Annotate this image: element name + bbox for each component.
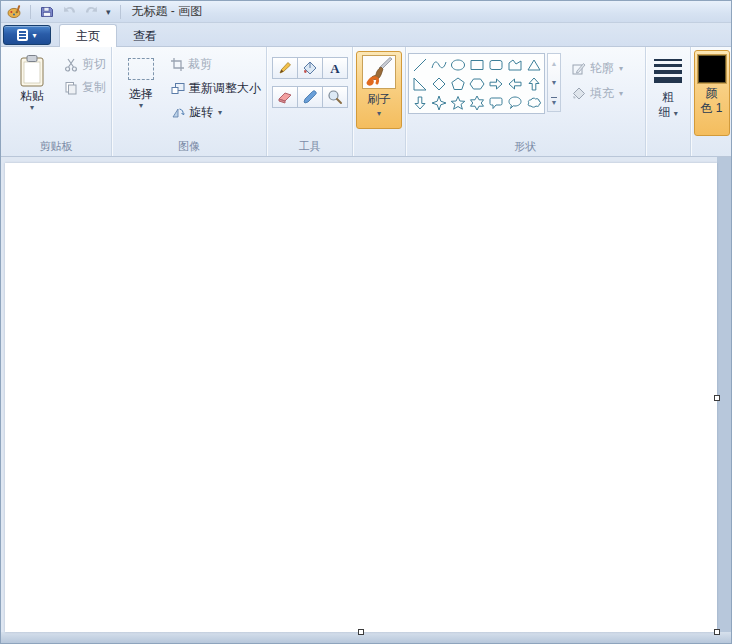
undo-button[interactable] [60, 3, 78, 21]
application-menu-button[interactable]: ▾ [3, 25, 51, 45]
paste-button[interactable]: 粘贴 ▾ [9, 51, 55, 139]
pencil-tool-button[interactable] [272, 57, 298, 79]
resize-icon [171, 82, 185, 95]
shape-pentagon[interactable] [448, 74, 467, 93]
chevron-down-icon: ▾ [619, 65, 623, 73]
paint-window: ▾ 无标题 - 画图 ▾ 主页 查看 粘贴 ▾ [0, 0, 732, 644]
fill-icon [572, 87, 586, 100]
rounded-rectangle-icon [488, 57, 504, 73]
shape-arrow-down[interactable] [410, 93, 429, 112]
line-icon [412, 57, 428, 73]
shape-arrow-up[interactable] [524, 74, 543, 93]
fill-bucket-tool-button[interactable] [297, 57, 323, 79]
shape-star-6[interactable] [467, 93, 486, 112]
magnifier-tool-button[interactable] [322, 86, 348, 108]
hexagon-icon [469, 76, 485, 92]
arrow-left-icon [507, 76, 523, 92]
select-label: 选择 [129, 87, 153, 101]
canvas-resize-handle-corner[interactable] [714, 629, 720, 635]
rotate-icon [171, 106, 185, 119]
titlebar-separator [120, 5, 121, 19]
shape-diamond[interactable] [429, 74, 448, 93]
text-tool-button[interactable]: A [322, 57, 348, 79]
window-title: 无标题 - 画图 [132, 3, 203, 20]
paste-label: 粘贴 [20, 89, 44, 103]
group-label-size [646, 139, 690, 156]
shape-line[interactable] [410, 55, 429, 74]
color1-button[interactable]: 颜 色 1 [694, 50, 730, 136]
eraser-icon [277, 89, 293, 105]
rotate-button[interactable]: 旋转 ▾ [168, 103, 264, 122]
canvas-resize-handle-bottom[interactable] [358, 629, 364, 635]
shape-hexagon[interactable] [467, 74, 486, 93]
shape-callout-oval[interactable] [505, 93, 524, 112]
shape-rectangle[interactable] [467, 55, 486, 74]
color-picker-tool-button[interactable] [297, 86, 323, 108]
shape-right-triangle[interactable] [410, 74, 429, 93]
shape-oval[interactable] [448, 55, 467, 74]
gallery-more-button[interactable]: ▼ [548, 92, 560, 111]
shape-triangle[interactable] [524, 55, 543, 74]
title-bar: ▾ 无标题 - 画图 [1, 1, 731, 23]
shape-arrow-left[interactable] [505, 74, 524, 93]
tab-view[interactable]: 查看 [117, 25, 173, 47]
group-brushes: 刷子 ▾ [353, 47, 406, 156]
group-tools: A 工具 [267, 47, 353, 156]
scroll-down-button[interactable]: ▼ [548, 73, 560, 92]
ribbon: 粘贴 ▾ 剪切 [1, 47, 731, 157]
crop-button[interactable]: 裁剪 [168, 55, 264, 74]
brushes-label: 刷子 [367, 91, 391, 108]
resize-button[interactable]: 重新调整大小 [168, 79, 264, 98]
tab-home[interactable]: 主页 [59, 24, 117, 47]
shape-rounded-rectangle[interactable] [486, 55, 505, 74]
outline-icon [572, 62, 586, 75]
callout-cloud-icon [526, 95, 542, 111]
drawing-canvas[interactable] [5, 163, 717, 632]
shape-fill-button[interactable]: 填充 ▾ [569, 84, 626, 103]
star-4-icon [431, 95, 447, 111]
shape-arrow-right[interactable] [486, 74, 505, 93]
shape-star-4[interactable] [429, 93, 448, 112]
arrow-up-icon [526, 76, 542, 92]
shape-callout-rounded[interactable] [486, 93, 505, 112]
chevron-down-icon: ▾ [32, 31, 36, 40]
size-label-line1: 粗 [662, 90, 674, 105]
redo-button[interactable] [82, 3, 100, 21]
copy-button[interactable]: 复制 [61, 78, 109, 97]
eraser-tool-button[interactable] [272, 86, 298, 108]
group-label-tools: 工具 [267, 139, 352, 156]
color1-label-line2: 色 1 [700, 101, 722, 116]
shape-polygon[interactable] [505, 55, 524, 74]
fill-bucket-icon [302, 60, 318, 76]
copy-label: 复制 [82, 79, 106, 96]
brushes-button[interactable]: 刷子 ▾ [356, 51, 402, 129]
scroll-up-button[interactable]: ▲ [548, 54, 560, 73]
titlebar-separator [30, 5, 31, 19]
shape-gallery [408, 53, 545, 114]
selection-rectangle-icon [128, 58, 154, 80]
save-button[interactable] [38, 3, 56, 21]
canvas-resize-handle-right[interactable] [714, 395, 720, 401]
shape-outline-button[interactable]: 轮廓 ▾ [569, 59, 626, 78]
size-button[interactable]: 粗 细 ▾ [648, 51, 688, 137]
shape-curve[interactable] [429, 55, 448, 74]
copy-icon [64, 81, 78, 95]
callout-oval-icon [507, 95, 523, 111]
curve-icon [431, 57, 447, 73]
shape-star-5[interactable] [448, 93, 467, 112]
resize-label: 重新调整大小 [189, 80, 261, 97]
ribbon-tab-bar: ▾ 主页 查看 [1, 23, 731, 47]
crop-icon [171, 58, 184, 71]
select-button[interactable]: 选择 ▾ [118, 51, 164, 139]
shape-callout-cloud[interactable] [524, 93, 543, 112]
text-icon: A [327, 60, 343, 76]
group-label-shapes: 形状 [406, 139, 645, 156]
star-5-icon [450, 95, 466, 111]
right-triangle-icon [412, 76, 428, 92]
qat-customize-dropdown[interactable]: ▾ [104, 7, 113, 17]
cut-button[interactable]: 剪切 [61, 55, 109, 74]
drawing-workspace [1, 157, 731, 643]
crop-label: 裁剪 [188, 56, 212, 73]
cut-label: 剪切 [82, 56, 106, 73]
pentagon-icon [450, 76, 466, 92]
